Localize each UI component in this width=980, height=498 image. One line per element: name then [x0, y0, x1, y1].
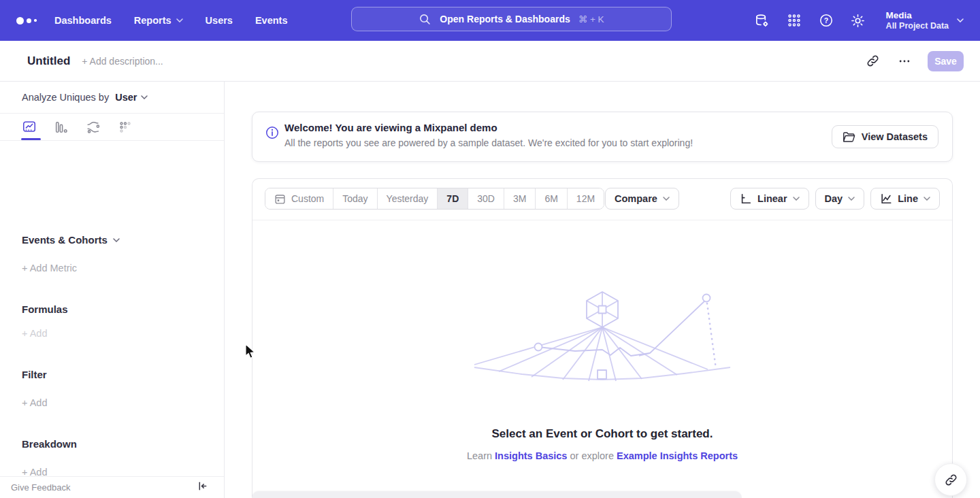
nav-users[interactable]: Users — [206, 15, 233, 26]
date-range-today[interactable]: Today — [333, 188, 377, 209]
welcome-banner: Welcome! You are viewing a Mixpanel demo… — [252, 112, 953, 162]
date-range-12m[interactable]: 12M — [568, 188, 604, 209]
linear-axis-icon — [740, 193, 752, 205]
chart-toolbar: Custom Today Yesterday 7D 30D 3M 6M 12M … — [252, 179, 952, 220]
date-range-3m[interactable]: 3M — [504, 188, 536, 209]
tab-insights-icon[interactable] — [22, 120, 37, 135]
info-icon — [265, 125, 280, 143]
chevron-down-icon — [141, 95, 148, 99]
chevron-down-icon — [793, 197, 800, 201]
query-sidebar: Analyze Uniques by User — [0, 82, 225, 498]
date-range-segmented-control: Custom Today Yesterday 7D 30D 3M 6M 12M — [265, 188, 604, 210]
calendar-icon — [274, 193, 286, 205]
example-insights-reports-link[interactable]: Example Insights Reports — [617, 450, 738, 461]
empty-state: Select an Event or Cohort to get started… — [252, 220, 952, 461]
tab-flows-icon[interactable] — [86, 120, 101, 135]
line-chart-icon — [880, 193, 892, 205]
analyze-label: Analyze Uniques by — [22, 92, 109, 103]
apps-grid-icon[interactable] — [786, 12, 802, 29]
breakdown-section-label: Breakdown — [22, 438, 77, 450]
main-content: Welcome! You are viewing a Mixpanel demo… — [225, 82, 980, 498]
add-metric-button[interactable]: + Add Metric — [22, 263, 77, 273]
chevron-down-icon — [848, 197, 855, 201]
view-datasets-button[interactable]: View Datasets — [832, 125, 938, 148]
scale-dropdown[interactable]: Linear — [730, 188, 809, 210]
empty-state-illustration — [473, 288, 732, 392]
events-cohorts-section[interactable]: Events & Cohorts — [22, 234, 120, 246]
chevron-down-icon — [957, 18, 964, 22]
compare-dropdown[interactable]: Compare — [605, 188, 679, 210]
filter-section-label: Filter — [22, 369, 47, 380]
tab-funnels-icon[interactable] — [54, 120, 69, 135]
results-table-peek — [252, 491, 742, 498]
date-range-6m[interactable]: 6M — [536, 188, 567, 209]
help-icon[interactable]: ? — [818, 12, 834, 29]
link-icon — [944, 473, 958, 487]
tab-retention-icon[interactable] — [118, 120, 133, 135]
date-range-custom[interactable]: Custom — [265, 188, 333, 209]
project-switcher[interactable]: Media All Project Data — [886, 10, 964, 31]
project-scope: All Project Data — [886, 21, 949, 31]
top-nav-bar: Dashboards Reports Users Events Open Rep… — [0, 0, 980, 41]
nav-dashboards[interactable]: Dashboards — [54, 15, 112, 26]
folder-icon — [843, 131, 855, 143]
chart-type-dropdown[interactable]: Line — [870, 188, 940, 210]
chevron-down-icon — [663, 197, 670, 201]
add-filter-button[interactable]: + Add — [22, 397, 48, 408]
date-range-7d[interactable]: 7D — [438, 188, 468, 209]
add-description-field[interactable]: + Add description... — [82, 56, 163, 67]
mixpanel-logo-icon[interactable] — [16, 17, 45, 24]
svg-text:?: ? — [823, 16, 828, 24]
data-management-icon[interactable] — [754, 12, 770, 29]
analyze-value-dropdown[interactable]: User — [115, 92, 137, 103]
copy-link-icon[interactable] — [864, 52, 881, 70]
collapse-sidebar-icon[interactable] — [197, 481, 208, 494]
add-formula-button[interactable]: + Add — [22, 328, 48, 339]
mixpanel-app: Dashboards Reports Users Events Open Rep… — [0, 0, 980, 498]
more-menu-icon[interactable] — [896, 52, 913, 70]
analyze-uniques-row: Analyze Uniques by User — [0, 82, 224, 114]
empty-state-title: Select an Event or Cohort to get started… — [252, 427, 952, 441]
search-icon — [419, 13, 431, 26]
global-search-input[interactable]: Open Reports & Dashboards ⌘ + K — [351, 7, 672, 31]
formulas-section-label: Formulas — [22, 303, 68, 315]
banner-title: Welcome! You are viewing a Mixpanel demo — [284, 122, 497, 133]
floating-copy-link-button[interactable] — [934, 463, 967, 496]
project-name: Media — [886, 10, 949, 21]
search-placeholder: Open Reports & Dashboards — [440, 14, 570, 24]
chevron-down-icon — [113, 238, 120, 242]
date-range-yesterday[interactable]: Yesterday — [378, 188, 438, 209]
report-header: Untitled + Add description... Save — [0, 41, 980, 82]
chevron-down-icon — [924, 197, 930, 201]
visualization-tabs — [0, 114, 224, 141]
selected-tab-indicator — [21, 138, 41, 140]
date-range-30d[interactable]: 30D — [468, 188, 504, 209]
give-feedback-link[interactable]: Give Feedback — [11, 482, 70, 493]
save-button[interactable]: Save — [928, 51, 964, 71]
nav-events[interactable]: Events — [255, 15, 288, 26]
search-shortcut: ⌘ + K — [578, 14, 604, 24]
nav-reports[interactable]: Reports — [134, 15, 183, 26]
chevron-down-icon — [176, 18, 183, 22]
empty-state-subtitle: Learn Insights Basics or explore Example… — [252, 450, 952, 461]
insights-chart-card: Custom Today Yesterday 7D 30D 3M 6M 12M … — [252, 178, 953, 498]
report-title[interactable]: Untitled — [27, 54, 70, 68]
banner-subtitle: All the reports you see are powered by a… — [284, 137, 693, 148]
sidebar-footer: Give Feedback — [0, 476, 224, 498]
insights-basics-link[interactable]: Insights Basics — [495, 450, 567, 461]
top-nav-actions: ? Media All Project Data — [754, 0, 964, 41]
granularity-dropdown[interactable]: Day — [815, 188, 865, 210]
settings-gear-icon[interactable] — [850, 12, 866, 29]
primary-nav: Dashboards Reports Users Events — [54, 15, 287, 26]
